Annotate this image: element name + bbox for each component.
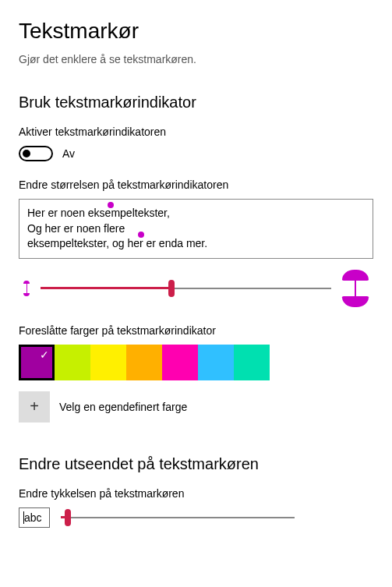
plus-icon: +	[30, 398, 39, 415]
toggle-state-label: Av	[62, 147, 75, 160]
abc-sample-text: abc	[24, 511, 42, 524]
size-label: Endre størrelsen på tekstmarkørindikator…	[19, 179, 373, 191]
thickness-label: Endre tykkelsen på tekstmarkøren	[19, 487, 373, 500]
color-swatch-magenta[interactable]	[162, 345, 198, 380]
color-swatch-skyblue[interactable]	[198, 345, 234, 380]
page-subtitle: Gjør det enklere å se tekstmarkøren.	[19, 53, 373, 65]
thickness-slider[interactable]	[61, 510, 295, 525]
enable-indicator-toggle[interactable]	[19, 146, 53, 161]
indicator-large-icon	[342, 270, 369, 307]
page-title: Tekstmarkør	[19, 19, 373, 44]
colors-label: Foreslåtte farger på tekstmarkørindikato…	[19, 324, 373, 337]
enable-indicator-label: Aktiver tekstmarkørindikatoren	[19, 126, 373, 138]
slider-thumb[interactable]	[65, 509, 71, 526]
example-line: Her er noen eksempeltekster,	[27, 206, 365, 221]
example-line: eksempeltekster, og her er enda mer.	[27, 236, 365, 252]
example-text-box: Her er noen eksempeltekster, Og her er n…	[19, 199, 373, 259]
abc-sample-box: abc	[19, 507, 50, 528]
slider-fill	[41, 287, 171, 289]
caret-indicator-icon	[138, 232, 144, 238]
color-swatch-orange[interactable]	[126, 345, 162, 380]
toggle-knob	[23, 150, 30, 157]
custom-color-label: Velg en egendefinert farge	[59, 401, 187, 413]
color-swatch-purple[interactable]: ✓	[19, 345, 55, 380]
color-swatch-row: ✓	[19, 345, 373, 380]
indicator-heading: Bruk tekstmarkørindikator	[19, 94, 373, 111]
color-swatch-lime[interactable]	[55, 345, 90, 380]
appearance-heading: Endre utseendet på tekstmarkøren	[19, 455, 373, 473]
example-line: Og her er noen flere	[27, 221, 365, 237]
color-swatch-aqua[interactable]	[234, 345, 270, 380]
caret-icon	[23, 511, 24, 524]
caret-indicator-icon	[108, 202, 114, 208]
check-icon: ✓	[40, 348, 49, 361]
slider-thumb[interactable]	[168, 280, 175, 297]
indicator-small-icon	[23, 281, 30, 296]
indicator-size-slider[interactable]	[41, 281, 331, 296]
color-swatch-yellow[interactable]	[90, 345, 126, 380]
custom-color-button[interactable]: +	[19, 391, 50, 423]
